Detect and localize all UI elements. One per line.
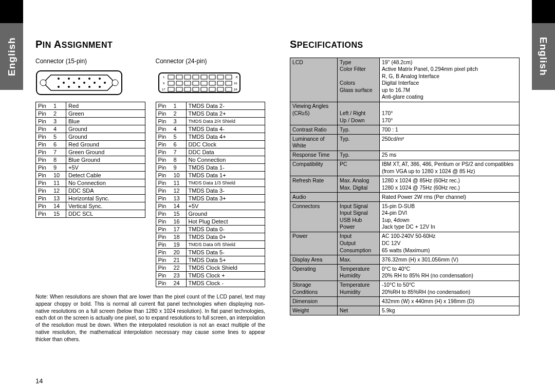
table-row: Pin11TMDS Data 1/3 Shield <box>156 179 265 187</box>
table-row: Pin14+5V <box>156 202 265 210</box>
svg-point-5 <box>78 78 80 80</box>
corner-block-left <box>0 0 23 23</box>
table-row: Pin7Green Ground <box>36 148 145 156</box>
language-tab-left: English <box>0 23 23 90</box>
table-row: Pin7DDC Data <box>156 148 265 156</box>
table-row: Pin4Ground <box>36 125 145 133</box>
corner-block-right <box>532 0 555 23</box>
table-row: Display AreaMax.376.32mm (H) x 301.056mm… <box>290 255 520 264</box>
table-row: Pin2TMDS Data 2+ <box>156 110 265 118</box>
table-row: Pin8Blue Ground <box>36 156 145 164</box>
table-row: PowerInput Output ConsumptionAC 100-240V… <box>290 232 520 255</box>
table-row: Pin24TMDS Clock - <box>156 279 265 287</box>
svg-rect-24 <box>209 75 215 79</box>
table-row: Pin6DDC Clock <box>156 141 265 148</box>
table-row: Pin20TMDS Data 5- <box>156 249 265 256</box>
table-row: WeightNet5.9kg <box>290 306 520 315</box>
svg-rect-0 <box>36 71 122 95</box>
table-row: Pin13TMDS Data 3+ <box>156 195 265 202</box>
svg-rect-36 <box>176 87 182 91</box>
table-row: Storage ConditionsTemperature Humidity-1… <box>290 281 520 297</box>
table-row: Pin10Detect Cable <box>36 172 145 179</box>
pin-24-table: Pin1TMDS Data 2-Pin2TMDS Data 2+Pin3TMDS… <box>156 102 266 287</box>
table-row: CompatibilityPCIBM XT, AT, 386, 486, Pen… <box>290 160 520 176</box>
table-row: Pin1Red <box>36 102 145 110</box>
table-row: LCDType Color Filter Colors Glass surfac… <box>290 58 520 102</box>
svg-point-17 <box>99 86 101 88</box>
svg-rect-42 <box>226 87 232 91</box>
svg-point-11 <box>94 82 96 84</box>
svg-rect-30 <box>193 81 199 85</box>
pin-columns: Connector (15-pin) Pin1RedPin2GreenPin3B… <box>35 58 265 287</box>
svg-rect-32 <box>209 81 215 85</box>
svg-text:9: 9 <box>163 82 165 85</box>
svg-point-3 <box>58 78 60 80</box>
svg-point-2 <box>112 80 118 86</box>
svg-text:17: 17 <box>162 88 165 91</box>
svg-point-10 <box>83 82 85 84</box>
table-row: Pin2Green <box>36 110 145 118</box>
svg-text:1: 1 <box>163 76 165 79</box>
table-row: Dimension432mm (W) x 440mm (H) x 198mm (… <box>290 297 520 306</box>
svg-rect-37 <box>184 87 191 91</box>
svg-rect-22 <box>193 75 199 79</box>
table-row: Pin14Vertical Sync. <box>36 202 145 210</box>
table-row: Pin8No Connection <box>156 156 265 164</box>
table-row: Pin3TMDS Data 2/4 Shield <box>156 118 265 125</box>
connector-15-label: Connector (15-pin) <box>35 58 145 65</box>
table-row: Pin5Ground <box>36 133 145 141</box>
table-row: Pin3Blue <box>36 118 145 125</box>
specifications-heading: SPECIFICATIONS <box>290 39 520 50</box>
table-row: Pin15Ground <box>156 210 265 218</box>
svg-point-13 <box>58 86 60 88</box>
svg-rect-29 <box>184 81 191 85</box>
table-row: Pin16Hot Plug Detect <box>156 218 265 226</box>
svg-point-14 <box>68 86 70 88</box>
svg-rect-21 <box>184 75 191 79</box>
right-column: SPECIFICATIONS LCDType Color Filter Colo… <box>278 0 532 392</box>
svg-point-9 <box>73 82 75 84</box>
svg-text:8: 8 <box>236 76 238 79</box>
svg-rect-28 <box>176 81 182 85</box>
table-row: Pin23TMDS Clock + <box>156 272 265 279</box>
table-row: Contrast RatioTyp.700 : 1 <box>290 125 520 134</box>
table-row: Refresh RateMax. Analog Max. Digital1280… <box>290 176 520 193</box>
table-row: Viewing Angles (CR≥5) Left / Right Up / … <box>290 102 520 125</box>
svg-rect-19 <box>168 75 174 79</box>
connector-24-label: Connector (24-pin) <box>156 58 266 65</box>
svg-rect-23 <box>201 75 207 79</box>
svg-rect-40 <box>209 87 215 91</box>
svg-rect-20 <box>176 75 182 79</box>
table-row: Pin9+5V <box>36 164 145 172</box>
table-row: Pin1TMDS Data 2- <box>156 102 265 110</box>
table-row: Pin21TMDS Data 5+ <box>156 256 265 264</box>
connector-24-icon: 18 916 1724 <box>156 70 243 96</box>
svg-rect-38 <box>193 87 199 91</box>
page-number: 14 <box>35 377 43 385</box>
table-row: Response TimeTyp.25 ms <box>290 151 520 160</box>
svg-point-16 <box>88 86 90 88</box>
table-row: Luminance of WhiteTyp.250cd/m² <box>290 134 520 151</box>
svg-rect-41 <box>217 87 224 91</box>
resolution-note: Note: When resolutions are shown that ar… <box>35 293 265 343</box>
table-row: Pin22TMDS Clock Shield <box>156 264 265 272</box>
table-row: Pin12DDC SDA <box>36 187 145 195</box>
svg-rect-27 <box>168 81 174 85</box>
table-row: Pin15DDC SCL <box>36 210 145 218</box>
table-row: Pin5TMDS Data 4+ <box>156 133 265 141</box>
svg-point-7 <box>99 78 101 80</box>
table-row: Pin4TMDS Data 4- <box>156 125 265 133</box>
connector-24-col: Connector (24-pin) 18 916 1724 Pin1TMDS … <box>156 58 266 287</box>
svg-point-6 <box>88 78 90 80</box>
table-row: Pin13Horizontal Sync. <box>36 195 145 202</box>
svg-point-1 <box>40 80 46 86</box>
svg-rect-33 <box>217 81 224 85</box>
svg-rect-35 <box>168 87 174 91</box>
language-tab-right: English <box>532 23 555 90</box>
svg-rect-31 <box>201 81 207 85</box>
svg-rect-39 <box>201 87 207 91</box>
specs-table: LCDType Color Filter Colors Glass surfac… <box>290 58 520 315</box>
table-row: Pin9TMDS Data 1- <box>156 164 265 172</box>
svg-text:24: 24 <box>234 88 237 91</box>
svg-point-8 <box>63 82 65 84</box>
